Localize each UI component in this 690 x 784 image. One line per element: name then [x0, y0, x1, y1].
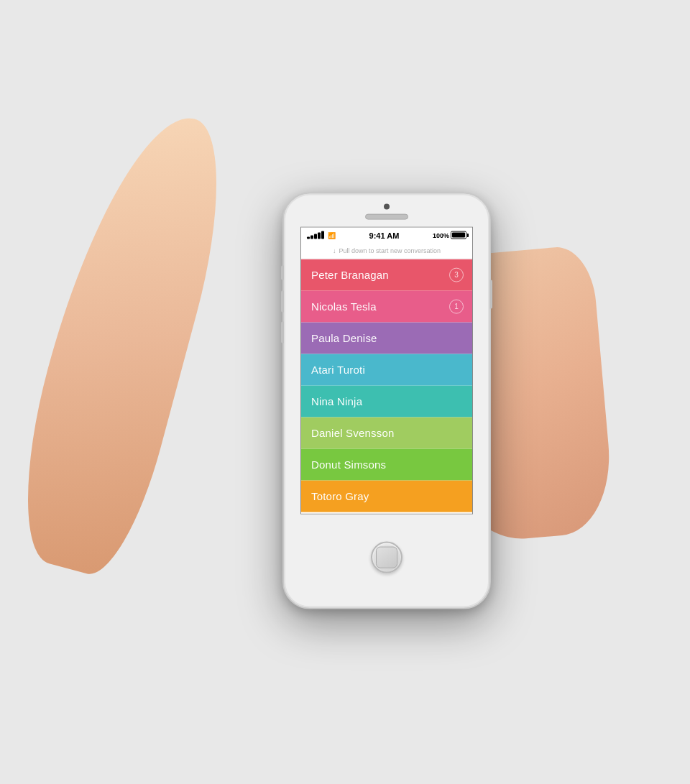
- conversation-badge-1: 1: [449, 299, 464, 313]
- conversation-name-0: Peter Branagan: [311, 269, 389, 281]
- conversation-item-5[interactable]: Daniel Svensson: [301, 417, 472, 448]
- front-camera: [384, 203, 390, 209]
- pull-down-text: Pull down to start new conversation: [339, 247, 441, 254]
- conversation-name-6: Donut Simsons: [311, 458, 386, 471]
- conversation-item-7[interactable]: Totoro Gray: [301, 480, 472, 512]
- signal-dot-5: [321, 231, 324, 239]
- battery-percent: 100%: [433, 231, 449, 239]
- signal-strength: [307, 231, 324, 239]
- pull-down-bar[interactable]: ↓ Pull down to start new conversation: [301, 243, 472, 259]
- wifi-icon: 📶: [328, 231, 336, 239]
- earpiece-speaker: [365, 213, 408, 219]
- phone-screen: 📶 9:41 AM 100% ↓ Pull down to start new …: [300, 226, 473, 514]
- phone-bottom: [371, 514, 402, 607]
- conversation-name-4: Nina Ninja: [311, 395, 362, 407]
- status-bar: 📶 9:41 AM 100%: [301, 227, 472, 243]
- conversation-item-4[interactable]: Nina Ninja: [301, 385, 472, 417]
- conversation-name-7: Totoro Gray: [311, 490, 369, 502]
- mute-button: [281, 265, 284, 280]
- conversation-item-2[interactable]: Paula Denise: [301, 322, 472, 354]
- volume-up-button: [281, 290, 284, 312]
- conversation-name-1: Nicolas Tesla: [311, 300, 377, 313]
- pull-down-arrow-icon: ↓: [333, 247, 336, 254]
- conversation-list: Peter Branagan3Nicolas Tesla1Paula Denis…: [301, 259, 472, 514]
- iphone-device: 📶 9:41 AM 100% ↓ Pull down to start new …: [282, 192, 491, 609]
- battery-fill: [452, 233, 465, 238]
- volume-down-button: [281, 321, 284, 343]
- status-right: 100%: [433, 231, 466, 239]
- conversation-name-3: Atari Turoti: [311, 364, 365, 376]
- conversation-item-0[interactable]: Peter Branagan3: [301, 259, 472, 290]
- power-button: [489, 280, 492, 308]
- conversation-badge-0: 3: [449, 267, 464, 282]
- signal-dot-3: [314, 234, 317, 239]
- phone-wrapper: 📶 9:41 AM 100% ↓ Pull down to start new …: [282, 192, 491, 609]
- conversation-name-5: Daniel Svensson: [311, 427, 395, 439]
- status-time: 9:41 AM: [369, 231, 400, 239]
- signal-dot-4: [318, 233, 321, 239]
- signal-dot-2: [310, 236, 313, 239]
- home-button-inner: [376, 546, 397, 568]
- signal-dot-1: [307, 237, 310, 239]
- home-button[interactable]: [371, 541, 402, 573]
- conversation-item-3[interactable]: Atari Turoti: [301, 354, 472, 385]
- thumb-bg: [0, 99, 245, 584]
- conversation-item-6[interactable]: Donut Simsons: [301, 448, 472, 480]
- phone-top: [284, 193, 489, 219]
- conversation-item-1[interactable]: Nicolas Tesla1: [301, 290, 472, 322]
- conversation-name-2: Paula Denise: [311, 332, 377, 344]
- empty-space: [301, 512, 472, 514]
- status-left: 📶: [307, 231, 336, 239]
- hand-container: 📶 9:41 AM 100% ↓ Pull down to start new …: [0, 0, 690, 784]
- battery-icon: [451, 231, 466, 239]
